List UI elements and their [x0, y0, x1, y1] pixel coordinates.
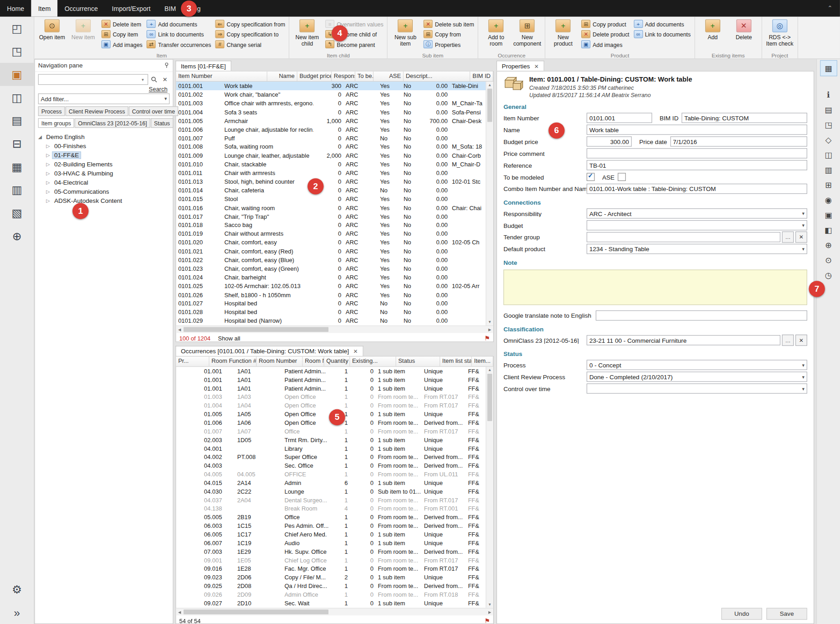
item-number-field[interactable]: [587, 113, 652, 123]
menu-tab-item[interactable]: Item: [31, 0, 57, 17]
to-be-modeled-checkbox[interactable]: [587, 173, 595, 181]
new-component-button[interactable]: ⊞New component: [512, 17, 542, 52]
table-row[interactable]: 0101.014 Chair, cafeteria 0 ARC No No 0.…: [176, 186, 486, 195]
overwritten-values-button[interactable]: ≡Overwritten values: [324, 19, 384, 28]
column-header[interactable]: Room Function #:: [209, 356, 256, 366]
documents-module-icon[interactable]: ▤: [0, 109, 34, 132]
save-button[interactable]: Save: [766, 608, 807, 620]
column-header[interactable]: Name: [267, 72, 297, 81]
column-header[interactable]: Item list status: [440, 356, 472, 366]
sub-item-properties-button[interactable]: ⓘProperties: [423, 40, 475, 49]
delete-product-button[interactable]: ✕Delete product: [580, 30, 630, 39]
table-row[interactable]: 09.023 2D06 Copy / File/ M... 2 0 1 sub …: [176, 573, 486, 582]
become-parent-button[interactable]: ↰Become parent: [324, 40, 384, 49]
expand-sidebar-icon[interactable]: »: [0, 601, 34, 624]
table-row[interactable]: 04.037 2A04 Dental Surgeo... 1 0 From ro…: [176, 495, 486, 504]
column-header[interactable]: Status: [396, 356, 440, 366]
column-header[interactable]: Existing...: [350, 356, 396, 366]
price-date-field[interactable]: [670, 136, 807, 146]
table-row[interactable]: 0101.009 Lounge chair, leather, adjustab…: [176, 151, 486, 160]
reference-field[interactable]: [587, 160, 807, 170]
copy-from-button[interactable]: ⊞Copy from: [423, 30, 475, 39]
occurrences-tab[interactable]: Occurrences [0101.001 / Table-Dining: CU…: [175, 346, 363, 356]
column-header[interactable]: Room Name: [303, 356, 324, 366]
table-row[interactable]: 0101.002 Work chair, "balance" 0 ARC Yes…: [176, 90, 486, 99]
table-row[interactable]: 04.138 Break Room 4 0 From room te... Fr…: [176, 504, 486, 513]
products-module-icon[interactable]: ◫: [0, 86, 34, 109]
table-row[interactable]: 0101.028 Hospital bed 0 ARC No No 0.00: [176, 308, 486, 316]
control-over-time-select[interactable]: [587, 383, 807, 393]
tree-item[interactable]: ▷ 00-Finishes: [35, 141, 173, 150]
table-row[interactable]: 0101.025 102-05 Armchair: 102.05.013 0 A…: [176, 282, 486, 290]
table-row[interactable]: 0101.008 Sofa, waiting room 0 ARC Yes No…: [176, 143, 486, 151]
expander-icon[interactable]: ▷: [45, 170, 51, 176]
attributes-panel-icon[interactable]: ▤: [820, 103, 836, 118]
google-translate-field[interactable]: [595, 310, 807, 320]
omniclass-field[interactable]: [587, 335, 780, 345]
menu-tab-import-export[interactable]: Import/Export: [105, 0, 158, 17]
expander-icon[interactable]: ◢: [37, 134, 43, 139]
column-header[interactable]: Budget price: [297, 72, 332, 81]
table-row[interactable]: 0101.006 Lounge chair, adjustable for re…: [176, 125, 486, 134]
items-module-icon[interactable]: ▣: [0, 63, 34, 86]
table-row[interactable]: 0101.018 Sacco bag 0 ARC Yes No 0.00: [176, 221, 486, 229]
copy-item-button[interactable]: ⊞Copy item: [100, 30, 143, 39]
column-header[interactable]: Descript...: [404, 72, 471, 81]
link-to-documents-button[interactable]: ∞Link to documents: [146, 30, 212, 39]
vertical-scrollbar[interactable]: ▲▼: [486, 367, 493, 608]
expander-icon[interactable]: ▷: [45, 198, 51, 203]
table-row[interactable]: 0101.007 Puff 0 ARC No No 0.00: [176, 134, 486, 143]
product-add-documents-button[interactable]: +Add documents: [633, 19, 692, 28]
menu-tab-bim[interactable]: BIM: [158, 0, 183, 17]
horizontal-scrollbar[interactable]: ◀▶: [176, 325, 493, 333]
new-item-button[interactable]: +New item: [68, 17, 98, 52]
table-row[interactable]: 0101.016 Chair, waiting room 0 ARC Yes N…: [176, 203, 486, 212]
vertical-scrollbar[interactable]: ▲▼: [486, 82, 493, 325]
responsibility-select[interactable]: ARC - Architect: [587, 208, 807, 218]
expander-icon[interactable]: ▷: [45, 161, 51, 167]
horizontal-scrollbar[interactable]: ◀▶: [176, 608, 493, 615]
expander-icon[interactable]: ▷: [45, 180, 51, 185]
copy-product-button[interactable]: ⊞Copy product: [580, 19, 630, 28]
expander-icon[interactable]: ▷: [45, 189, 51, 194]
tree-item[interactable]: ▷ ADSK-Autodesk Content: [35, 196, 173, 205]
table-row[interactable]: 04.002 PT.008 Super Office 1 0 From room…: [176, 453, 486, 461]
table-row[interactable]: 0101.023 Chair, comfort, easy (Green) 0 …: [176, 264, 486, 273]
tree-item[interactable]: ◢ Demo English: [35, 132, 173, 141]
table-row[interactable]: 0101.026 Shelf, b1800 - h 1050mm 0 ARC Y…: [176, 290, 486, 299]
table-row[interactable]: 01.007 1A07 Office 1 0 From room te... F…: [176, 427, 486, 436]
tender-group-field[interactable]: [587, 232, 780, 242]
new-item-child-button[interactable]: +New item child: [292, 17, 322, 52]
clear-search-icon[interactable]: ✕: [160, 75, 169, 84]
history-panel-icon[interactable]: ◷: [820, 268, 836, 283]
links-panel-icon[interactable]: ⊕: [820, 238, 836, 253]
table-row[interactable]: 0101.001 Work table 300 ARC Yes No 0.00 …: [176, 82, 486, 90]
forms-module-icon[interactable]: ▧: [0, 201, 34, 225]
ase-checkbox[interactable]: [618, 173, 626, 181]
table-row[interactable]: 09.026 2D09 Admin Office 1 0 From room t…: [176, 590, 486, 599]
table-row[interactable]: 04.003 Sec. Office 1 0 From room te... D…: [176, 461, 486, 470]
add-images-button[interactable]: ▣Add images: [100, 40, 143, 49]
table-row[interactable]: 0101.022 Chair, comfort, easy (Blue) 0 A…: [176, 256, 486, 264]
open-item-button[interactable]: ⊙Open item: [37, 17, 67, 52]
table-row[interactable]: 09.001 1E05 Chief Log Office 1 0 From ro…: [176, 556, 486, 564]
table-row[interactable]: 0101.013 Stool, high, behind counter 0 A…: [176, 177, 486, 186]
bim-id-field[interactable]: [681, 113, 807, 123]
expander-icon[interactable]: ▷: [45, 143, 51, 149]
column-header[interactable]: Quantity: [324, 356, 350, 366]
transfer-occurrences-button[interactable]: ⇄Transfer occurrences: [146, 40, 212, 49]
browse-ellipsis-button[interactable]: …: [782, 232, 794, 243]
existing-delete-button[interactable]: ✕Delete: [729, 17, 759, 52]
table-row[interactable]: 09.016 1E28 Fac. Mgr. Office 1 0 From ro…: [176, 564, 486, 573]
process-select[interactable]: 0 - Concept: [587, 360, 807, 370]
delete-sub-item-button[interactable]: ✕Delete sub item: [423, 19, 475, 28]
new-sub-item-button[interactable]: +New sub item: [390, 17, 420, 52]
table-row[interactable]: 0101.004 Sofa 3 seats 0 ARC Yes No 0.00 …: [176, 108, 486, 116]
table-row[interactable]: 01.004 1A04 Open Office 1 0 From room te…: [176, 401, 486, 410]
images-panel-icon[interactable]: ⊞: [820, 178, 836, 193]
gallery-panel-icon[interactable]: ▣: [820, 208, 836, 223]
table-row[interactable]: 04.030 2C22 Lounge 1 0 Sub item to 01...…: [176, 487, 486, 496]
add-to-room-button[interactable]: +Add to room: [481, 17, 511, 52]
column-header[interactable]: ASE: [374, 72, 404, 81]
table-row[interactable]: 0101.003 Office chair with armrests, erg…: [176, 99, 486, 108]
